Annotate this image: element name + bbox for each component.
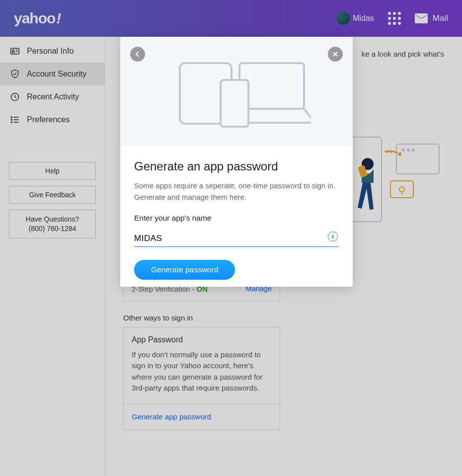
password-manager-icon[interactable] — [328, 232, 338, 241]
modal-close-button[interactable] — [328, 47, 343, 62]
modal-back-button[interactable] — [130, 47, 145, 62]
close-icon — [332, 51, 339, 58]
app-name-label: Enter your app's name — [134, 214, 339, 223]
svg-point-27 — [332, 235, 333, 237]
chevron-left-icon — [134, 51, 141, 58]
devices-icon — [162, 54, 311, 129]
app-password-modal: Generate an app password Some apps requi… — [120, 37, 353, 287]
generate-password-button[interactable]: Generate password — [134, 260, 235, 280]
modal-description: Some apps require a seperate, one-time p… — [134, 180, 339, 203]
svg-rect-26 — [221, 80, 248, 127]
modal-title: Generate an app password — [134, 159, 339, 173]
modal-hero — [120, 37, 353, 146]
app-name-input[interactable] — [134, 232, 339, 247]
